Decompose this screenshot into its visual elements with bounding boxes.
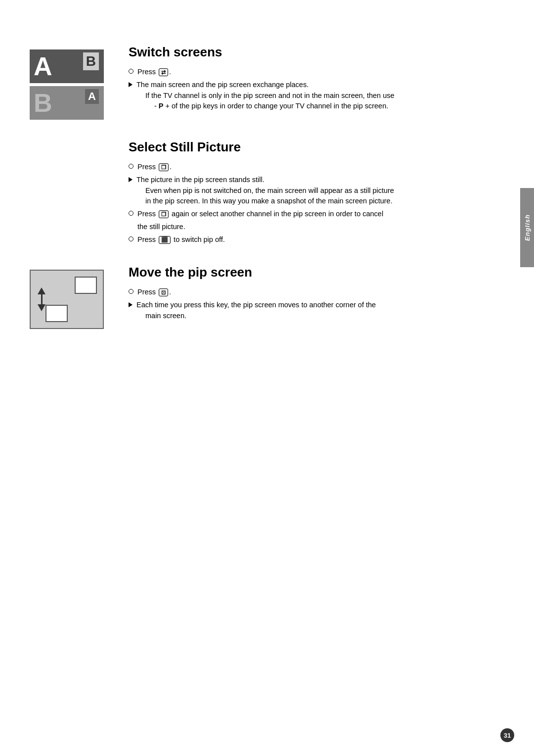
still-triangle-text-1: The picture in the pip screen stands sti… <box>136 175 394 207</box>
section-select-still: Select Still Picture Press ❒. The pictur… <box>30 140 504 245</box>
still-key-3: ⬛ <box>159 236 171 244</box>
side-tab: English <box>520 188 534 267</box>
switch-press-text: Press ⇄. <box>137 67 171 78</box>
arrow-down-icon <box>38 304 45 311</box>
pip-box-bottom-left <box>45 305 68 322</box>
page-number: 31 <box>500 728 514 742</box>
main-area: A B B A Switch screens Press ⇄. <box>30 30 504 726</box>
letter-a-small-box: A <box>85 89 99 104</box>
move-triangle-1 <box>129 302 133 307</box>
arrow-line <box>41 294 43 304</box>
still-press-1: Press ❒. <box>137 162 172 173</box>
still-cancel-text: the still picture. <box>137 222 185 233</box>
pip-screen-diagram <box>30 270 104 329</box>
still-bullet-3: Press ❒ again or select another channel … <box>129 209 504 220</box>
pip-box-top-right <box>75 277 97 294</box>
pip-move-arrow <box>38 287 45 311</box>
still-bullet-5: Press ⬛ to switch pip off. <box>129 235 504 245</box>
still-bullet-circle-2 <box>129 211 134 216</box>
move-sub-1: main screen. <box>145 311 376 322</box>
section-switch-screens: A B B A Switch screens Press ⇄. <box>30 45 504 120</box>
still-bullet-2: The picture in the pip screen stands sti… <box>129 175 504 207</box>
move-triangle-text-1: Each time you press this key, the pip sc… <box>136 300 376 322</box>
move-press-1: Press ⊡. <box>137 287 171 298</box>
letter-b-large: B <box>34 90 52 116</box>
move-bullet-circle-1 <box>129 289 134 294</box>
still-press-2: Press ❒ again or select another channel … <box>137 209 383 220</box>
move-pip-title: Move the pip screen <box>129 265 504 280</box>
bullet-triangle-icon <box>129 82 133 87</box>
still-bullet-1: Press ❒. <box>129 162 504 173</box>
move-bullet-1: Press ⊡. <box>129 287 504 298</box>
still-press-3: Press ⬛ to switch pip off. <box>137 235 225 245</box>
letter-b-small-box: B <box>83 52 99 70</box>
still-sub-1: Even when pip is not switched on, the ma… <box>145 186 394 196</box>
switch-sub-text: If the TV channel is only in the pip scr… <box>145 91 395 101</box>
switch-screens-list: Press ⇄. The main screen and the pip scr… <box>129 67 504 114</box>
switch-triangle-text: The main screen and the pip screen excha… <box>136 80 395 114</box>
move-pip-content: Move the pip screen Press ⊡. Each time y… <box>129 265 504 329</box>
switch-bullet-2: The main screen and the pip screen excha… <box>129 80 504 114</box>
still-key-2: ❒ <box>159 210 169 218</box>
switch-block-b: B A <box>30 86 104 120</box>
switch-key-icon: ⇄ <box>159 68 168 76</box>
bullet-circle-icon <box>129 69 134 74</box>
move-pip-list: Press ⊡. Each time you press this key, t… <box>129 287 504 321</box>
still-triangle-1 <box>129 177 133 182</box>
letter-a-large: A <box>34 53 52 79</box>
still-bullet-circle-3 <box>129 236 134 241</box>
select-still-list: Press ❒. The picture in the pip screen s… <box>129 162 504 245</box>
select-still-title: Select Still Picture <box>129 140 504 155</box>
move-bullet-2: Each time you press this key, the pip sc… <box>129 300 504 322</box>
page: English 31 A B B A Switch screens <box>0 0 534 756</box>
switch-screens-content: Switch screens Press ⇄. The main screen … <box>129 45 504 120</box>
still-bullet-4: the still picture. <box>129 222 504 233</box>
switch-screens-title: Switch screens <box>129 45 504 60</box>
side-tab-label: English <box>524 214 531 241</box>
switch-indent-text: - P + of the pip keys in order to change… <box>154 101 395 112</box>
section-move-pip: Move the pip screen Press ⊡. Each time y… <box>30 265 504 329</box>
move-key-1: ⊡ <box>159 288 168 296</box>
switch-screens-diagram: A B B A <box>30 49 109 120</box>
switch-bullet-1: Press ⇄. <box>129 67 504 78</box>
still-key-1: ❒ <box>159 163 169 171</box>
still-sub-2: in the pip screen. In this way you make … <box>145 196 394 207</box>
still-bullet-circle-1 <box>129 164 134 169</box>
arrow-up-icon <box>38 287 45 294</box>
switch-block-a: A B <box>30 49 104 83</box>
move-pip-diagram <box>30 270 109 329</box>
